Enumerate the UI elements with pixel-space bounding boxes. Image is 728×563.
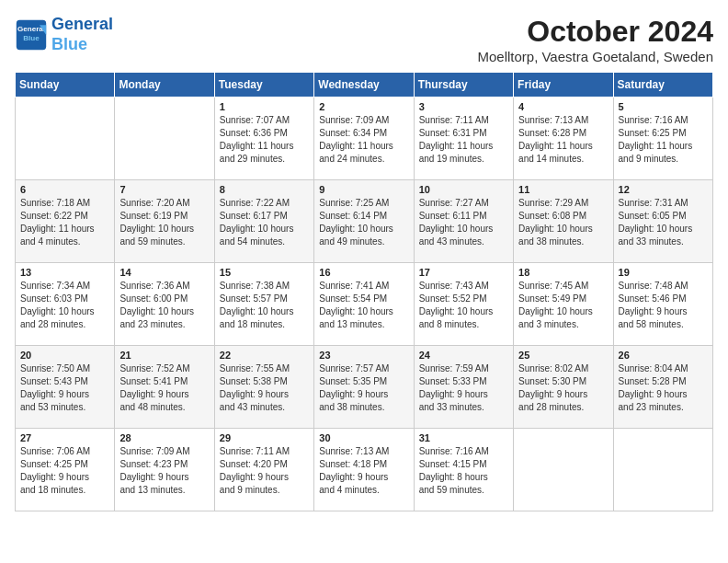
- col-header-tuesday: Tuesday: [214, 73, 313, 98]
- calendar-cell: 2Sunrise: 7:09 AMSunset: 6:34 PMDaylight…: [314, 98, 414, 180]
- calendar-header-row: SundayMondayTuesdayWednesdayThursdayFrid…: [16, 73, 713, 98]
- logo-icon: General Blue: [15, 18, 48, 52]
- calendar-cell: 28Sunrise: 7:09 AMSunset: 4:23 PMDayligh…: [115, 429, 214, 511]
- day-number: 16: [319, 267, 408, 278]
- day-info: Sunrise: 7:06 AMSunset: 4:25 PMDaylight:…: [20, 445, 109, 497]
- day-number: 4: [518, 101, 608, 112]
- calendar-cell: 18Sunrise: 7:45 AMSunset: 5:49 PMDayligh…: [514, 263, 613, 346]
- day-info: Sunrise: 7:29 AMSunset: 6:08 PMDaylight:…: [518, 197, 608, 248]
- day-number: 22: [220, 350, 309, 361]
- day-number: 28: [119, 432, 209, 443]
- calendar-cell: 24Sunrise: 7:59 AMSunset: 5:33 PMDayligh…: [414, 346, 513, 429]
- col-header-wednesday: Wednesday: [314, 73, 414, 98]
- day-number: 29: [220, 432, 309, 443]
- day-number: 26: [619, 350, 708, 361]
- calendar-cell: 17Sunrise: 7:43 AMSunset: 5:52 PMDayligh…: [414, 263, 513, 346]
- calendar-week-4: 20Sunrise: 7:50 AMSunset: 5:43 PMDayligh…: [16, 346, 713, 429]
- calendar-week-1: 1Sunrise: 7:07 AMSunset: 6:36 PMDaylight…: [16, 98, 713, 180]
- calendar-week-5: 27Sunrise: 7:06 AMSunset: 4:25 PMDayligh…: [16, 429, 713, 511]
- calendar-cell: 9Sunrise: 7:25 AMSunset: 6:14 PMDaylight…: [314, 180, 414, 263]
- day-info: Sunrise: 7:13 AMSunset: 6:28 PMDaylight:…: [518, 114, 608, 166]
- day-number: 19: [619, 267, 708, 278]
- day-number: 17: [419, 267, 508, 278]
- day-number: 24: [419, 350, 508, 361]
- day-info: Sunrise: 7:16 AMSunset: 4:15 PMDaylight:…: [419, 445, 508, 497]
- day-info: Sunrise: 7:18 AMSunset: 6:22 PMDaylight:…: [20, 197, 109, 248]
- day-number: 3: [419, 101, 508, 112]
- calendar-cell: 22Sunrise: 7:55 AMSunset: 5:38 PMDayligh…: [214, 346, 313, 429]
- calendar-cell: 15Sunrise: 7:38 AMSunset: 5:57 PMDayligh…: [214, 263, 313, 346]
- calendar-week-2: 6Sunrise: 7:18 AMSunset: 6:22 PMDaylight…: [16, 180, 713, 263]
- day-number: 8: [220, 184, 309, 195]
- day-info: Sunrise: 7:09 AMSunset: 4:23 PMDaylight:…: [119, 445, 209, 497]
- day-number: 14: [119, 267, 209, 278]
- day-number: 15: [220, 267, 309, 278]
- calendar-cell: 1Sunrise: 7:07 AMSunset: 6:36 PMDaylight…: [214, 98, 313, 180]
- calendar-cell: 29Sunrise: 7:11 AMSunset: 4:20 PMDayligh…: [214, 429, 313, 511]
- day-number: 18: [518, 267, 608, 278]
- day-number: 25: [518, 350, 608, 361]
- svg-text:Blue: Blue: [23, 34, 40, 42]
- day-info: Sunrise: 7:38 AMSunset: 5:57 PMDaylight:…: [220, 280, 309, 331]
- col-header-monday: Monday: [115, 73, 214, 98]
- day-info: Sunrise: 7:20 AMSunset: 6:19 PMDaylight:…: [119, 197, 209, 248]
- logo: General Blue GeneralBlue: [15, 15, 113, 54]
- col-header-saturday: Saturday: [613, 73, 712, 98]
- day-number: 20: [20, 350, 109, 361]
- col-header-sunday: Sunday: [16, 73, 115, 98]
- day-number: 6: [20, 184, 109, 195]
- calendar-cell: [514, 429, 613, 511]
- day-info: Sunrise: 7:13 AMSunset: 4:18 PMDaylight:…: [319, 445, 408, 497]
- calendar-cell: 7Sunrise: 7:20 AMSunset: 6:19 PMDaylight…: [115, 180, 214, 263]
- day-info: Sunrise: 8:04 AMSunset: 5:28 PMDaylight:…: [619, 362, 708, 414]
- calendar-week-3: 13Sunrise: 7:34 AMSunset: 6:03 PMDayligh…: [16, 263, 713, 346]
- day-info: Sunrise: 7:25 AMSunset: 6:14 PMDaylight:…: [319, 197, 408, 248]
- day-info: Sunrise: 7:43 AMSunset: 5:52 PMDaylight:…: [419, 280, 508, 331]
- calendar-cell: 3Sunrise: 7:11 AMSunset: 6:31 PMDaylight…: [414, 98, 513, 180]
- calendar-table: SundayMondayTuesdayWednesdayThursdayFrid…: [15, 72, 713, 511]
- calendar-cell: 12Sunrise: 7:31 AMSunset: 6:05 PMDayligh…: [613, 180, 712, 263]
- day-info: Sunrise: 7:11 AMSunset: 4:20 PMDaylight:…: [220, 445, 309, 497]
- day-number: 30: [319, 432, 408, 443]
- calendar-cell: [115, 98, 214, 180]
- calendar-cell: 31Sunrise: 7:16 AMSunset: 4:15 PMDayligh…: [414, 429, 513, 511]
- calendar-cell: [16, 98, 115, 180]
- day-number: 12: [619, 184, 708, 195]
- day-info: Sunrise: 7:36 AMSunset: 6:00 PMDaylight:…: [119, 280, 209, 331]
- calendar-cell: 25Sunrise: 8:02 AMSunset: 5:30 PMDayligh…: [514, 346, 613, 429]
- calendar-cell: 19Sunrise: 7:48 AMSunset: 5:46 PMDayligh…: [613, 263, 712, 346]
- calendar-subtitle: Moelltorp, Vaestra Goetaland, Sweden: [477, 49, 713, 64]
- title-block: October 2024 Moelltorp, Vaestra Goetalan…: [477, 15, 713, 64]
- day-number: 13: [20, 267, 109, 278]
- logo-text: GeneralBlue: [51, 15, 113, 54]
- day-info: Sunrise: 7:22 AMSunset: 6:17 PMDaylight:…: [220, 197, 309, 248]
- day-info: Sunrise: 7:11 AMSunset: 6:31 PMDaylight:…: [419, 114, 508, 166]
- day-info: Sunrise: 7:27 AMSunset: 6:11 PMDaylight:…: [419, 197, 508, 248]
- day-info: Sunrise: 7:34 AMSunset: 6:03 PMDaylight:…: [20, 280, 109, 331]
- day-number: 23: [319, 350, 408, 361]
- day-info: Sunrise: 7:57 AMSunset: 5:35 PMDaylight:…: [319, 362, 408, 414]
- day-number: 11: [518, 184, 608, 195]
- calendar-cell: 11Sunrise: 7:29 AMSunset: 6:08 PMDayligh…: [514, 180, 613, 263]
- calendar-cell: 13Sunrise: 7:34 AMSunset: 6:03 PMDayligh…: [16, 263, 115, 346]
- day-number: 27: [20, 432, 109, 443]
- col-header-thursday: Thursday: [414, 73, 513, 98]
- calendar-cell: 10Sunrise: 7:27 AMSunset: 6:11 PMDayligh…: [414, 180, 513, 263]
- day-number: 31: [419, 432, 508, 443]
- calendar-cell: 21Sunrise: 7:52 AMSunset: 5:41 PMDayligh…: [115, 346, 214, 429]
- calendar-cell: 6Sunrise: 7:18 AMSunset: 6:22 PMDaylight…: [16, 180, 115, 263]
- calendar-cell: 26Sunrise: 8:04 AMSunset: 5:28 PMDayligh…: [613, 346, 712, 429]
- day-info: Sunrise: 7:16 AMSunset: 6:25 PMDaylight:…: [619, 114, 708, 166]
- calendar-cell: 16Sunrise: 7:41 AMSunset: 5:54 PMDayligh…: [314, 263, 414, 346]
- calendar-body: 1Sunrise: 7:07 AMSunset: 6:36 PMDaylight…: [16, 98, 713, 511]
- calendar-title: October 2024: [477, 15, 713, 49]
- calendar-cell: 27Sunrise: 7:06 AMSunset: 4:25 PMDayligh…: [16, 429, 115, 511]
- calendar-cell: 30Sunrise: 7:13 AMSunset: 4:18 PMDayligh…: [314, 429, 414, 511]
- day-info: Sunrise: 7:52 AMSunset: 5:41 PMDaylight:…: [119, 362, 209, 414]
- day-info: Sunrise: 7:50 AMSunset: 5:43 PMDaylight:…: [20, 362, 109, 414]
- day-info: Sunrise: 8:02 AMSunset: 5:30 PMDaylight:…: [518, 362, 608, 414]
- day-info: Sunrise: 7:59 AMSunset: 5:33 PMDaylight:…: [419, 362, 508, 414]
- day-number: 2: [319, 101, 408, 112]
- calendar-cell: 8Sunrise: 7:22 AMSunset: 6:17 PMDaylight…: [214, 180, 313, 263]
- day-number: 21: [119, 350, 209, 361]
